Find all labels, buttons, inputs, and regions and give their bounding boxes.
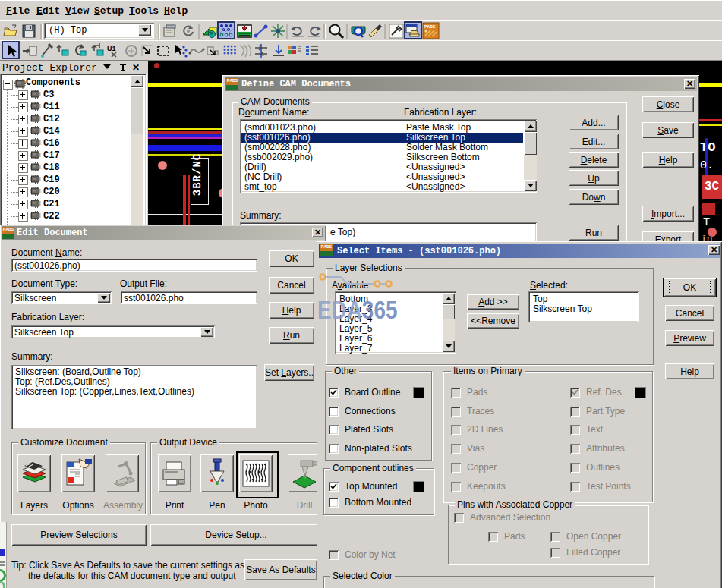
svg-text:PADS: PADS [424, 24, 436, 30]
svg-text:U1: U1 [107, 45, 116, 52]
